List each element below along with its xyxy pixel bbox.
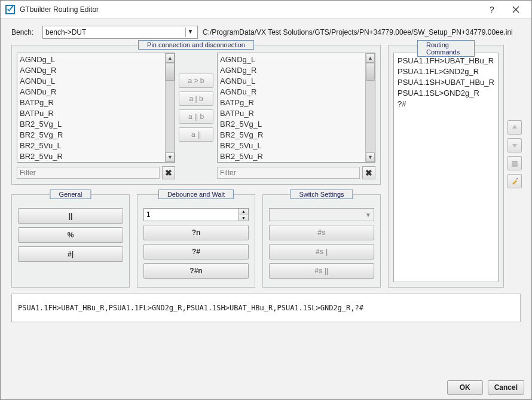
routing-item[interactable]: PSUA1.1FH>UBAT_HBu_R: [398, 56, 494, 66]
command-string-text: PSUA1.1FH>UBAT_HBu_R,PSUA1.1FL>GND2g_R,P…: [18, 304, 363, 312]
list-item[interactable]: BR2_5Vg_L: [220, 119, 363, 130]
routing-list[interactable]: PSUA1.1FH>UBAT_HBu_RPSUA1.1FL>GND2g_RPSU…: [393, 53, 499, 282]
debounce-btn-qn[interactable]: ?n: [143, 225, 249, 240]
filter-a-input[interactable]: [17, 167, 160, 179]
clear-all-button[interactable]: [507, 174, 522, 188]
cancel-button[interactable]: Cancel: [488, 380, 524, 395]
list-item[interactable]: BR2_5Vu_R: [20, 151, 163, 162]
bench-path: C:/ProgramData/VX Test Solutions/GTS/Pro…: [203, 28, 521, 36]
clear-filter-a-button[interactable]: ✖: [162, 166, 175, 179]
scrollbar-a[interactable]: ▲ ▼: [165, 53, 175, 162]
list-item[interactable]: BR2_5Vu_L: [20, 141, 163, 151]
close-button[interactable]: [504, 1, 528, 18]
routing-item[interactable]: PSUA1.1FL>GND2g_R: [398, 66, 494, 77]
bench-row: Bench: bench->DUT ▼ C:/ProgramData/VX Te…: [11, 26, 521, 39]
scroll-thumb[interactable]: [366, 63, 375, 81]
routing-commands-panel: Routing Commands PSUA1.1FH>UBAT_HBu_RPSU…: [388, 45, 504, 288]
app-icon: [5, 5, 15, 14]
scroll-thumb[interactable]: [166, 63, 175, 81]
bench-label: Bench:: [11, 28, 38, 36]
delete-button[interactable]: [507, 156, 522, 170]
svg-line-1: [516, 178, 518, 179]
general-btn-hashpipe[interactable]: #|: [18, 246, 123, 262]
debounce-panel: Debounce and Wait ▲ ▼ ?n ?# ?#n: [137, 194, 255, 288]
switch-btn-hs[interactable]: #s: [269, 225, 374, 240]
filter-b-input[interactable]: [217, 167, 360, 179]
chevron-down-icon: ▼: [365, 212, 371, 218]
list-item[interactable]: AGNDu_L: [220, 76, 363, 87]
scroll-down-icon[interactable]: ▼: [366, 152, 375, 162]
list-item[interactable]: BR2_5Vu_R: [220, 151, 363, 162]
list-item[interactable]: AGNDu_L: [20, 76, 163, 87]
routing-label: Routing Commands: [417, 40, 475, 57]
list-item[interactable]: BATPg_R: [20, 97, 163, 108]
switch-btn-hs-parallel[interactable]: #s ||: [269, 263, 374, 279]
op-a-or-b-button[interactable]: a || b: [179, 109, 213, 124]
list-item[interactable]: BR2_5Vu_L: [220, 141, 363, 151]
pin-list-b[interactable]: AGNDg_LAGNDg_RAGNDu_LAGNDu_RBATPg_RBATPu…: [217, 53, 375, 163]
spin-down-icon[interactable]: ▼: [239, 215, 248, 221]
debounce-label: Debounce and Wait: [158, 190, 234, 199]
filter-row: ✖ ✖: [17, 166, 375, 179]
pin-panel-label: Pin connection and disconnection: [138, 40, 254, 50]
scrollbar-b[interactable]: ▲ ▼: [365, 53, 375, 162]
general-panel: General || % #|: [11, 194, 130, 288]
routing-column: Routing Commands PSUA1.1FH>UBAT_HBu_RPSU…: [388, 45, 521, 288]
general-btn-percent[interactable]: %: [18, 227, 123, 243]
debounce-btn-qhashn[interactable]: ?#n: [143, 263, 249, 279]
command-string-box[interactable]: PSUA1.1FH>UBAT_HBu_R,PSUA1.1FL>GND2g_R,P…: [11, 294, 521, 322]
list-item[interactable]: BATPu_R: [220, 108, 363, 119]
switch-btn-hs-pipe[interactable]: #s |: [269, 244, 374, 259]
routing-item[interactable]: PSUA1.1SH>UBAT_HBu_R: [398, 77, 494, 88]
debounce-spinner[interactable]: ▲ ▼: [143, 208, 249, 221]
list-item[interactable]: BR2_5Vg_L: [20, 119, 163, 130]
pin-list-a[interactable]: AGNDg_LAGNDg_RAGNDu_LAGNDu_RBATPg_RBATPu…: [17, 53, 175, 163]
debounce-btn-qhash[interactable]: ?#: [143, 244, 249, 259]
content-area: Bench: bench->DUT ▼ C:/ProgramData/VX Te…: [1, 19, 531, 378]
clear-filter-b-button[interactable]: ✖: [362, 166, 375, 179]
op-a-gt-b-button[interactable]: a > b: [179, 74, 213, 88]
routing-side-buttons: [507, 45, 522, 288]
list-item[interactable]: BATPg_R: [220, 97, 363, 108]
scroll-up-icon[interactable]: ▲: [166, 53, 175, 63]
lower-panels-row: General || % #| Debounce and Wait ▲ ▼: [11, 194, 381, 288]
move-up-button[interactable]: [507, 120, 522, 135]
switch-combo[interactable]: ▼: [269, 208, 374, 221]
main-row: Pin connection and disconnection AGNDg_L…: [11, 45, 521, 288]
titlebar: GTbuilder Routing Editor ?: [1, 1, 531, 19]
bench-combo[interactable]: bench->DUT ▼: [42, 26, 198, 39]
trash-icon: [511, 160, 518, 167]
spin-up-icon[interactable]: ▲: [239, 209, 248, 215]
footer: OK Cancel: [1, 378, 531, 399]
op-a-pipe-b-button[interactable]: a | b: [179, 91, 213, 106]
switch-label: Switch Settings: [290, 190, 353, 199]
arrow-down-icon: [511, 142, 518, 149]
list-item[interactable]: AGNDg_R: [220, 65, 363, 76]
x-icon: ✖: [165, 168, 172, 178]
move-down-button[interactable]: [507, 138, 522, 152]
list-item[interactable]: AGNDg_R: [20, 65, 163, 76]
op-column: a > b a | b a || b a ||: [179, 53, 213, 163]
routing-item[interactable]: ?#: [398, 99, 494, 109]
list-item[interactable]: AGNDg_L: [220, 54, 363, 65]
list-item[interactable]: AGNDu_R: [220, 87, 363, 97]
scroll-down-icon[interactable]: ▼: [166, 152, 175, 162]
filter-a-box: ✖: [17, 166, 175, 179]
scroll-up-icon[interactable]: ▲: [366, 53, 375, 63]
debounce-value-input[interactable]: [143, 208, 239, 221]
list-item[interactable]: AGNDu_R: [20, 87, 163, 97]
close-icon: [512, 6, 519, 13]
pin-connection-panel: Pin connection and disconnection AGNDg_L…: [11, 45, 381, 185]
op-a-or-button[interactable]: a ||: [179, 127, 213, 142]
list-item[interactable]: BR2_5Vg_R: [20, 130, 163, 141]
arrow-up-icon: [511, 124, 518, 131]
list-item[interactable]: BR2_5Vg_R: [220, 130, 363, 141]
help-button[interactable]: ?: [480, 1, 504, 18]
ok-button[interactable]: OK: [447, 380, 483, 395]
chevron-down-icon: ▼: [185, 28, 195, 37]
general-btn-parallel[interactable]: ||: [18, 208, 123, 224]
list-item[interactable]: BATPu_R: [20, 108, 163, 119]
list-item[interactable]: AGNDg_L: [20, 54, 163, 65]
x-icon: ✖: [365, 168, 372, 178]
routing-item[interactable]: PSUA1.1SL>GND2g_R: [398, 88, 494, 99]
